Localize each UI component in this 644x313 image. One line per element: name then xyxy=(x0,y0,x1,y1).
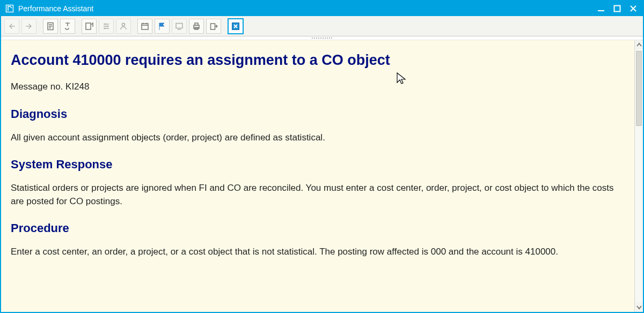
minimize-button[interactable] xyxy=(596,3,606,14)
document-button[interactable] xyxy=(43,19,58,34)
close-box-icon xyxy=(231,21,240,31)
vertical-scrollbar[interactable] xyxy=(634,40,643,312)
calendar-icon xyxy=(140,21,150,31)
scroll-track[interactable] xyxy=(635,50,643,302)
wrench-t-icon xyxy=(63,21,72,31)
window-title: Performance Assistant xyxy=(18,4,93,13)
export-icon xyxy=(209,21,218,31)
page-up-button[interactable] xyxy=(82,19,97,34)
sliders-icon xyxy=(101,21,111,31)
system-response-heading: System Response xyxy=(11,156,625,173)
bookmark-button[interactable] xyxy=(155,19,170,34)
calendar-button[interactable] xyxy=(137,19,152,34)
system-response-body: Statistical orders or projects are ignor… xyxy=(11,182,625,208)
message-title: Account 410000 requires an assignment to… xyxy=(11,50,625,71)
toolbar xyxy=(1,16,643,36)
customize-button xyxy=(99,19,114,34)
export-button[interactable] xyxy=(206,19,221,34)
arrow-left-icon xyxy=(7,21,17,31)
close-help-button[interactable] xyxy=(228,18,244,34)
screen-button xyxy=(172,19,187,34)
content-pane: Account 410000 requires an assignment to… xyxy=(1,40,643,312)
svg-rect-2 xyxy=(614,6,620,12)
scroll-thumb[interactable] xyxy=(636,51,642,126)
printer-icon xyxy=(192,21,201,31)
close-window-button[interactable] xyxy=(628,3,639,14)
scroll-down-button[interactable] xyxy=(635,302,643,312)
technical-info-button[interactable] xyxy=(60,19,75,34)
document-icon xyxy=(46,21,55,31)
person-icon xyxy=(119,21,128,31)
screen-icon xyxy=(174,21,184,31)
app-icon xyxy=(5,4,14,13)
page-arrow-icon xyxy=(84,21,94,31)
window-controls xyxy=(596,3,639,14)
performance-assistant-window: Performance Assistant Account 410000 req… xyxy=(0,0,644,313)
flag-icon xyxy=(157,21,167,31)
scroll-up-button[interactable] xyxy=(635,40,643,50)
message-number: Message no. KI248 xyxy=(11,80,625,94)
diagnosis-heading: Diagnosis xyxy=(11,106,625,123)
user-button xyxy=(116,19,131,34)
forward-button xyxy=(21,19,36,34)
procedure-body: Enter a cost center, an order, a project… xyxy=(11,245,625,259)
maximize-button[interactable] xyxy=(612,3,623,14)
help-content: Account 410000 requires an assignment to… xyxy=(1,40,634,312)
print-button[interactable] xyxy=(189,19,204,34)
arrow-right-icon xyxy=(24,21,34,31)
titlebar: Performance Assistant xyxy=(1,1,643,16)
procedure-heading: Procedure xyxy=(11,220,625,237)
diagnosis-body: All given account assignment objects (or… xyxy=(11,131,625,145)
back-button xyxy=(4,19,19,34)
